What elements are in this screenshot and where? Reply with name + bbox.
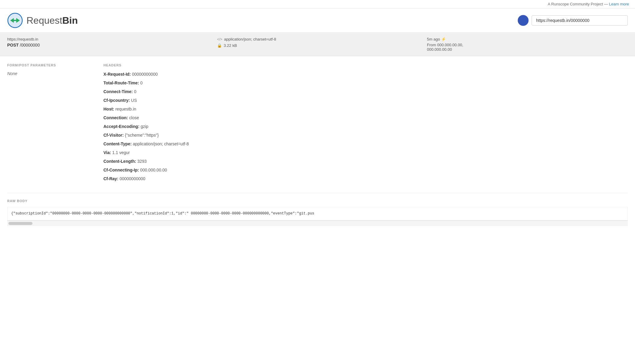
header-val: requestb.in <box>115 107 136 111</box>
header-val: 0 <box>140 80 143 85</box>
logo-bin: Bin <box>62 15 78 26</box>
header-key: Cf-Ray: <box>103 176 118 181</box>
time-ago: 5m ago <box>427 37 440 41</box>
headers-title: HEADERS <box>103 63 628 67</box>
header-row: Via: 1.1 vegur <box>103 150 628 156</box>
header-val: 1.1 vegur <box>112 150 130 155</box>
header-val: 00000000000 <box>132 72 158 77</box>
header-val: application/json; charset=utf-8 <box>133 141 189 146</box>
req-path: /00000000 <box>20 43 40 47</box>
logo-area: RequestBin <box>7 13 78 28</box>
code-icon <box>217 37 222 41</box>
header-row: Host: requestb.in <box>103 106 628 112</box>
header-val: 000.000.00.00 <box>140 168 167 172</box>
raw-body-content: {"subscriptionId":"00000000-0000-0000-00… <box>7 207 628 220</box>
header-row: Cf-Ipcountry: US <box>103 97 628 104</box>
content-type-value: application/json; charset=utf-8 <box>224 37 276 41</box>
form-post-col: FORM/POST PARAMETERS None <box>7 63 91 184</box>
headers-list: X-Request-Id: 00000000000Total-Route-Tim… <box>103 71 628 182</box>
header-val: 3293 <box>137 159 147 164</box>
header-key: Connection: <box>103 115 128 120</box>
header-val: close <box>129 115 139 120</box>
main-content: FORM/POST PARAMETERS None HEADERS X-Requ… <box>0 56 635 233</box>
header-val: 00000000000 <box>120 176 146 181</box>
header-row: Content-Type: application/json; charset=… <box>103 141 628 147</box>
raw-body-section: RAW BODY {"subscriptionId":"00000000-000… <box>7 193 628 220</box>
learn-more-link[interactable]: Learn more <box>609 2 629 6</box>
header-row: Cf-Visitor: {"scheme":"https"} <box>103 132 628 138</box>
url-status-indicator <box>518 15 529 26</box>
header-val: gzip <box>141 124 149 129</box>
form-post-title: FORM/POST PARAMETERS <box>7 63 91 67</box>
logo-icon <box>7 13 23 28</box>
request-info-bar: https://requestb.in POST /00000000 appli… <box>0 33 635 56</box>
size-value: 3.22 kB <box>224 43 237 48</box>
req-col-time: 5m ago ⚡ From 000.000.00.00, 000.000.00.… <box>427 37 628 52</box>
header-val: US <box>131 98 137 103</box>
header-key: Host: <box>103 107 114 111</box>
header-row: Cf-Ray: 00000000000 <box>103 176 628 182</box>
req-from: From 000.000.00.00, 000.000.00.00 <box>427 43 628 52</box>
header-row: Connection: close <box>103 115 628 121</box>
req-method: POST <box>7 43 19 47</box>
from-label: From <box>427 43 436 47</box>
req-method-path: POST /00000000 <box>7 43 208 47</box>
req-col-content: application/json; charset=utf-8 🔒 3.22 k… <box>217 37 427 48</box>
raw-body-title: RAW BODY <box>7 199 628 203</box>
lock-icon: 🔒 <box>217 43 222 48</box>
header-row: Accept-Encoding: gzip <box>103 123 628 130</box>
header-key: Cf-Connecting-Ip: <box>103 168 139 172</box>
req-col-url-method: https://requestb.in POST /00000000 <box>7 37 217 47</box>
headers-col: HEADERS X-Request-Id: 00000000000Total-R… <box>103 63 628 184</box>
header-row: Cf-Connecting-Ip: 000.000.00.00 <box>103 167 628 173</box>
header-key: Cf-Visitor: <box>103 133 124 138</box>
banner-text: A Runscope Community Project — <box>548 2 609 6</box>
from-ip2: 000.000.00.00 <box>427 47 452 52</box>
header-key: Cf-Ipcountry: <box>103 98 130 103</box>
header-row: Content-Length: 3293 <box>103 158 628 165</box>
svg-rect-4 <box>14 20 17 21</box>
header-key: Connect-Time: <box>103 89 133 94</box>
header-key: Total-Route-Time: <box>103 80 139 85</box>
header-key: Via: <box>103 150 111 155</box>
header-row: Total-Route-Time: 0 <box>103 80 628 86</box>
header-row: Connect-Time: 0 <box>103 89 628 95</box>
scrollbar-thumb[interactable] <box>8 222 32 225</box>
form-post-value: None <box>7 71 91 76</box>
header-key: X-Request-Id: <box>103 72 131 77</box>
logo-text: RequestBin <box>26 15 78 26</box>
header-key: Content-Length: <box>103 159 136 164</box>
app-header: RequestBin <box>0 8 635 33</box>
req-size: 🔒 3.22 kB <box>217 43 418 48</box>
req-url: https://requestb.in <box>7 37 208 41</box>
req-content-type: application/json; charset=utf-8 <box>217 37 418 41</box>
top-banner: A Runscope Community Project — Learn mor… <box>0 0 635 8</box>
header-val: {"scheme":"https"} <box>125 133 159 138</box>
two-col-layout: FORM/POST PARAMETERS None HEADERS X-Requ… <box>7 63 628 184</box>
horizontal-scrollbar[interactable] <box>7 220 628 226</box>
header-key: Content-Type: <box>103 141 132 146</box>
url-bar-area <box>518 15 628 26</box>
header-row: X-Request-Id: 00000000000 <box>103 71 628 77</box>
req-time: 5m ago ⚡ <box>427 37 628 41</box>
header-val: 0 <box>134 89 137 94</box>
url-input[interactable] <box>532 15 628 26</box>
time-link[interactable]: ⚡ <box>441 37 446 41</box>
header-key: Accept-Encoding: <box>103 124 140 129</box>
from-ip1: 000.000.00.00, <box>437 43 463 47</box>
logo-request: Request <box>26 15 62 26</box>
